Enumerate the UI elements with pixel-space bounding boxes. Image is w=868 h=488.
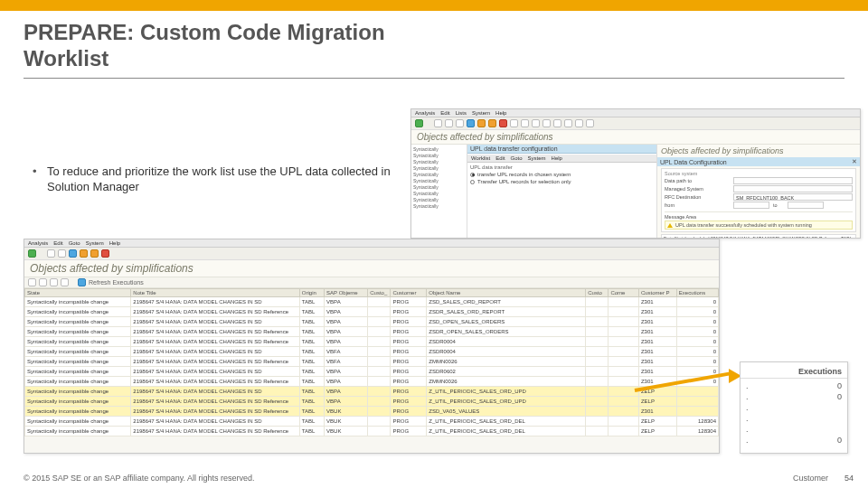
accept-icon[interactable] bbox=[415, 119, 423, 127]
toolbar-icon[interactable] bbox=[61, 278, 69, 286]
toolbar-icon[interactable] bbox=[575, 119, 583, 127]
field-input[interactable] bbox=[788, 202, 824, 209]
menu-item[interactable]: System bbox=[472, 110, 490, 116]
col-header[interactable]: Note Title bbox=[131, 289, 300, 297]
table-row[interactable]: Syntactically incompatible change2198647… bbox=[25, 297, 719, 307]
toolbar-icon[interactable] bbox=[69, 249, 77, 258]
menu-item[interactable]: System bbox=[86, 240, 104, 246]
toolbar-icon[interactable] bbox=[58, 249, 66, 258]
toolbar-icon[interactable] bbox=[47, 249, 55, 258]
col-header[interactable]: State bbox=[25, 289, 131, 297]
table-cell bbox=[368, 407, 391, 417]
table-row[interactable]: Syntactically incompatible change2198647… bbox=[25, 387, 719, 397]
col-header[interactable]: Come bbox=[609, 289, 639, 297]
table-row[interactable]: Syntactically incompatible change2198647… bbox=[25, 347, 719, 357]
table-cell bbox=[676, 397, 718, 407]
menu-item[interactable]: Analysis bbox=[415, 110, 435, 116]
col-header[interactable]: Origin bbox=[299, 289, 324, 297]
toolbar-icon[interactable] bbox=[477, 119, 486, 127]
toolbar-icon[interactable] bbox=[564, 119, 572, 127]
menu-item[interactable]: Edit bbox=[53, 240, 62, 246]
toolbar-icon[interactable] bbox=[456, 119, 464, 127]
toolbar-icon[interactable] bbox=[521, 119, 529, 127]
table-cell: 0 bbox=[676, 337, 718, 347]
col-header[interactable]: SAP Objeme bbox=[325, 289, 368, 297]
col-header[interactable]: Object Name bbox=[427, 289, 586, 297]
toolbar-icon[interactable] bbox=[39, 278, 47, 286]
field-input[interactable] bbox=[733, 185, 853, 192]
toolbar-icon[interactable] bbox=[510, 119, 518, 127]
table-cell: VBPA bbox=[325, 337, 368, 347]
table-row[interactable]: Syntactically incompatible change2198647… bbox=[25, 417, 719, 427]
table-row[interactable]: Syntactically incompatible change2198647… bbox=[25, 407, 719, 417]
sub-heading: Objects affected by simplifications bbox=[661, 146, 856, 155]
col-header[interactable]: Customer P bbox=[638, 289, 676, 297]
toolbar-icon[interactable] bbox=[90, 249, 99, 258]
menu-item[interactable]: Edit bbox=[440, 110, 449, 116]
table-cell bbox=[676, 407, 718, 417]
table-cell: 2198647 S/4 HANA: DATA MODEL CHANGES IN … bbox=[131, 367, 300, 377]
table-cell: ZSD_VA05_VALUES bbox=[427, 407, 586, 417]
toolbar-icon[interactable] bbox=[80, 249, 88, 258]
menu-item[interactable]: Help bbox=[109, 240, 120, 246]
radio-option-all[interactable]: transfer UPL records in chosen system bbox=[470, 172, 654, 177]
toolbar-icon[interactable] bbox=[101, 249, 109, 258]
table-cell: 2198647 S/4 HANA: DATA MODEL CHANGES IN … bbox=[131, 387, 300, 397]
radio-option-selection[interactable]: Transfer UPL records for selection only bbox=[470, 179, 654, 184]
close-icon[interactable]: ✕ bbox=[852, 158, 857, 165]
table-cell: VBUK bbox=[325, 427, 368, 436]
refresh-label[interactable]: Refresh Executions bbox=[89, 279, 144, 286]
grid-toolbar: Refresh Executions bbox=[24, 277, 719, 288]
menu-item[interactable]: System bbox=[528, 155, 546, 161]
toolbar-icon[interactable] bbox=[553, 119, 561, 127]
table-row[interactable]: Syntactically incompatible change2198647… bbox=[25, 317, 719, 327]
col-header[interactable]: Custo_ bbox=[368, 289, 391, 297]
col-header[interactable]: Executions bbox=[676, 289, 718, 297]
toolbar-icon[interactable] bbox=[50, 278, 58, 286]
table-row[interactable]: Syntactically incompatible change2198647… bbox=[25, 327, 719, 337]
state-cell: Syntactically bbox=[413, 153, 465, 159]
field-input[interactable] bbox=[733, 202, 769, 209]
menu-item[interactable]: Help bbox=[495, 110, 506, 116]
refresh-icon[interactable] bbox=[78, 278, 86, 286]
col-header[interactable]: Customer bbox=[391, 289, 427, 297]
menu-item[interactable]: Lists bbox=[456, 110, 467, 116]
table-cell bbox=[368, 417, 391, 427]
state-cell: Syntactically bbox=[413, 165, 465, 172]
message-area: Message Area UPL data transfer successfu… bbox=[665, 211, 853, 230]
toolbar-icon[interactable] bbox=[499, 119, 507, 127]
message-text: UPL data transfer successfully scheduled… bbox=[675, 222, 812, 228]
toolbar-icon[interactable] bbox=[488, 119, 496, 127]
accept-icon[interactable] bbox=[28, 249, 36, 258]
table-row[interactable]: Syntactically incompatible change2198647… bbox=[25, 307, 719, 317]
table-row[interactable]: Syntactically incompatible change2198647… bbox=[25, 397, 719, 407]
menu-item[interactable]: Help bbox=[552, 155, 562, 161]
toolbar-icon[interactable] bbox=[28, 278, 36, 286]
callout-row: .0 bbox=[741, 380, 847, 391]
toolbar-icon[interactable] bbox=[542, 119, 551, 127]
table-cell: 0 bbox=[676, 347, 718, 357]
table-row[interactable]: Syntactically incompatible change2198647… bbox=[25, 377, 719, 387]
menu-item[interactable]: Edit bbox=[495, 155, 505, 161]
table-cell: TABL bbox=[299, 307, 324, 317]
toolbar-icon[interactable] bbox=[434, 119, 442, 127]
state-cell: Syntactically bbox=[413, 172, 465, 178]
field-input[interactable] bbox=[733, 177, 853, 184]
toolbar-icon[interactable] bbox=[445, 119, 453, 127]
table-cell: PROG bbox=[391, 347, 427, 357]
toolbar-icon[interactable] bbox=[586, 119, 594, 127]
toolbar-icon[interactable] bbox=[532, 119, 540, 127]
table-row[interactable]: Syntactically incompatible change2198647… bbox=[25, 357, 719, 367]
table-row[interactable]: Syntactically incompatible change2198647… bbox=[25, 427, 719, 436]
toolbar-icon[interactable] bbox=[467, 119, 475, 127]
field-input[interactable]: SM_RFDCLNT100_BACK bbox=[733, 193, 853, 201]
table-cell bbox=[368, 357, 391, 367]
menu-item[interactable]: Analysis bbox=[28, 240, 48, 246]
col-header[interactable]: Custo bbox=[586, 289, 609, 297]
menu-item[interactable]: Goto bbox=[511, 155, 523, 161]
table-row[interactable]: Syntactically incompatible change2198647… bbox=[25, 337, 719, 347]
table-row[interactable]: Syntactically incompatible change2198647… bbox=[25, 367, 719, 377]
menu-item[interactable]: Goto bbox=[69, 240, 80, 246]
menu-item[interactable]: Worklist bbox=[471, 155, 490, 161]
table-cell: 2198647 S/4 HANA: DATA MODEL CHANGES IN … bbox=[131, 407, 300, 417]
